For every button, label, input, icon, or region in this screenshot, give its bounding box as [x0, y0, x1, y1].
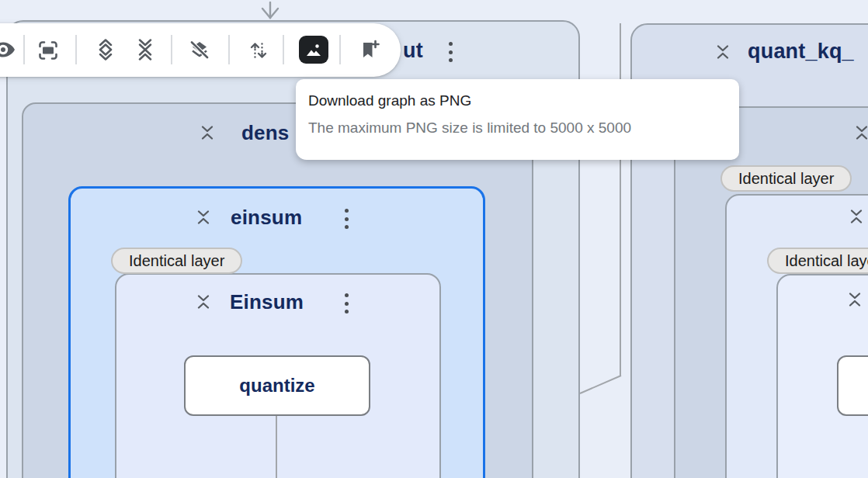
graph-toolbar: [0, 23, 401, 77]
tooltip-subtitle: The maximum PNG size is limited to 5000 …: [308, 120, 727, 137]
download-png-icon[interactable]: [299, 36, 328, 64]
toolbar-separator: [228, 35, 230, 64]
layer-title-einsum-inner: Einsum: [230, 290, 304, 314]
tooltip-title: Download graph as PNG: [308, 92, 727, 109]
collapse-layer-icon[interactable]: [195, 209, 212, 226]
collapse-all-layers-icon[interactable]: [135, 39, 155, 61]
graph-edge-vertical-gap: [620, 23, 621, 376]
graph-edge-diagonal: [579, 371, 623, 396]
flatten-layers-icon[interactable]: [189, 40, 210, 60]
identical-layer-badge: Identical layer: [720, 165, 852, 192]
expand-all-layers-icon[interactable]: [95, 39, 116, 61]
toolbar-separator: [23, 35, 25, 64]
op-node-label: quantize: [239, 375, 314, 397]
fit-graph-to-screen-icon[interactable]: [38, 40, 58, 61]
layer-title-dens: dens: [241, 121, 289, 145]
add-bookmark-icon[interactable]: [359, 40, 380, 60]
toolbar-separator: [339, 35, 341, 64]
collapse-layer-icon[interactable]: [199, 124, 216, 141]
identical-layer-badge: Identical layer: [767, 248, 868, 274]
layer-menu-kebab-icon[interactable]: [344, 208, 349, 230]
collapse-layer-icon[interactable]: [195, 293, 212, 310]
layer-title-einsum: einsum: [231, 206, 302, 230]
download-png-tooltip: Download graph as PNG The maximum PNG si…: [296, 79, 739, 160]
collapse-layer-icon[interactable]: [714, 43, 731, 61]
model-graph-canvas[interactable]: quantize Identical layer Identical layer…: [0, 0, 868, 478]
layer-title-quant-kq: quant_kq_: [748, 40, 854, 64]
toolbar-separator: [75, 35, 77, 64]
op-node-right-partial[interactable]: [837, 355, 868, 416]
collapse-layer-icon[interactable]: [846, 291, 863, 308]
layer-menu-kebab-icon[interactable]: [448, 41, 453, 63]
collapse-layer-icon[interactable]: [848, 208, 865, 225]
relayout-graph-icon[interactable]: [248, 40, 269, 61]
op-node-quantize[interactable]: quantize: [184, 355, 370, 416]
toolbar-separator: [171, 35, 172, 64]
toolbar-separator: [283, 35, 284, 64]
visibility-icon[interactable]: [0, 40, 16, 60]
layer-title-outer-left: ut: [403, 39, 423, 63]
collapse-layer-icon[interactable]: [853, 124, 868, 141]
layer-menu-kebab-icon[interactable]: [344, 293, 349, 314]
identical-layer-badge: Identical layer: [111, 248, 242, 274]
graph-edge-below-quantize: [276, 416, 277, 478]
edge-arrowhead-down-icon: [259, 2, 281, 20]
